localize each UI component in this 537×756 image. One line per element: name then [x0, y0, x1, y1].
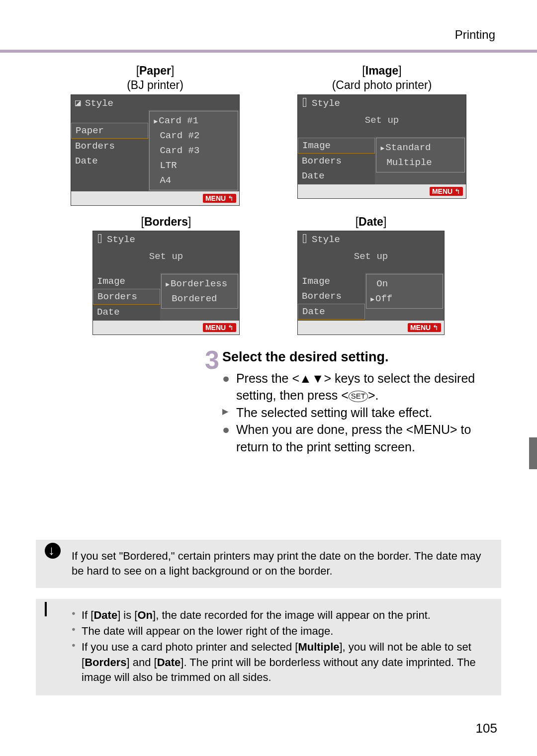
caption-image-sub: (Card photo printer) — [332, 79, 432, 91]
left-item: Borders — [298, 289, 365, 304]
screens-grid: [Paper] (BJ printer) ◪Style Paper Border… — [36, 64, 501, 335]
note2-item2: The date will appear on the lower right … — [72, 624, 491, 639]
left-item: Paper — [71, 123, 148, 139]
right-item: Borderless — [167, 276, 233, 291]
left-item: Date — [71, 154, 148, 168]
borders-right-list: Borderless Bordered — [160, 273, 239, 321]
arrow-icon: ▶ — [222, 404, 231, 421]
left-item: Image — [298, 274, 365, 289]
screen-borders: [Borders] ⌷Style Set up Image Borders Da… — [92, 215, 240, 336]
header-divider — [0, 50, 537, 53]
menu-badge: MENU — [203, 194, 236, 203]
right-item: A4 — [155, 173, 233, 188]
warning-text: If you set "Bordered," certain printers … — [72, 550, 481, 577]
menu-badge: MENU — [203, 323, 236, 332]
bullet-icon: ● — [222, 421, 231, 455]
caption-paper-bold: Paper — [139, 64, 171, 77]
paper-left-list: Paper Borders Date — [71, 110, 148, 191]
right-item: On — [371, 276, 438, 291]
image-left-list: Image Borders Date — [298, 137, 375, 184]
bullet-icon: ● — [222, 370, 231, 404]
menu-badge: MENU — [430, 187, 463, 196]
screen-title: Style — [312, 98, 340, 109]
left-item: Image — [298, 138, 375, 154]
left-item: Borders — [93, 289, 160, 305]
caption-image-bold: Image — [365, 64, 398, 77]
date-left-list: Image Borders Date — [298, 273, 365, 321]
note2-item3: If you use a card photo printer and sele… — [72, 640, 491, 685]
step-line3: When you are done, press the <MENU> to r… — [236, 421, 501, 455]
page-number: 105 — [476, 721, 497, 736]
set-key-icon: SET — [349, 391, 368, 402]
screen-date: [Date] ⌷Style Set up Image Borders Date … — [297, 215, 445, 336]
screen-paper: [Paper] (BJ printer) ◪Style Paper Border… — [71, 64, 240, 206]
screen-image: [Image] (Card photo printer) ⌷Style Set … — [297, 64, 466, 206]
step-heading: Select the desired setting. — [222, 348, 501, 366]
style-icon: ◪ — [75, 97, 85, 109]
setup-label: Set up — [298, 110, 466, 137]
style-icon: ⌷ — [302, 233, 312, 245]
updown-icon: ▲▼ — [299, 371, 324, 385]
right-item: Multiple — [381, 155, 459, 170]
warning-note: If you set "Bordered," certain printers … — [36, 540, 501, 588]
step-number: 3 — [205, 348, 219, 455]
screen-title: Style — [107, 234, 135, 245]
right-item: Off — [371, 291, 438, 306]
right-item: Card #2 — [155, 128, 233, 143]
image-right-list: Standard Multiple — [375, 137, 466, 184]
menu-badge: MENU — [408, 323, 441, 332]
right-item: LTR — [155, 158, 233, 173]
caption-borders-bold: Borders — [144, 215, 188, 228]
right-item: Card #1 — [155, 113, 233, 128]
note2-item1: If [Date] is [On], the date recorded for… — [72, 608, 491, 623]
screen-title: Style — [85, 98, 113, 109]
setup-label: Set up — [298, 246, 444, 273]
caption-date-bold: Date — [358, 215, 383, 228]
warning-icon — [45, 543, 64, 562]
left-item: Borders — [71, 139, 148, 154]
setup-label: Set up — [93, 246, 239, 273]
right-item: Bordered — [167, 291, 233, 306]
style-icon: ⌷ — [97, 233, 107, 245]
caption-paper-sub: (BJ printer) — [127, 79, 183, 91]
style-icon: ⌷ — [302, 97, 312, 109]
step-3: 3 Select the desired setting. ● Press th… — [205, 348, 501, 455]
paper-right-list: Card #1 Card #2 Card #3 LTR A4 — [148, 110, 239, 191]
right-item: Standard — [381, 140, 459, 155]
left-item: Image — [93, 274, 160, 289]
page-header: Printing — [36, 28, 501, 42]
step-line2: The selected setting will take effect. — [236, 404, 432, 421]
borders-left-list: Image Borders Date — [93, 273, 160, 321]
left-item: Date — [93, 305, 160, 320]
right-item: Card #3 — [155, 143, 233, 158]
left-item: Date — [298, 304, 365, 320]
step-line1: Press the <▲▼> keys to select the desire… — [236, 370, 501, 404]
date-right-list: On Off — [365, 273, 444, 321]
screen-title: Style — [312, 234, 340, 245]
menu-key: MENU — [413, 422, 450, 436]
document-icon — [45, 602, 64, 621]
info-note: If [Date] is [On], the date recorded for… — [36, 599, 501, 695]
section-tab — [529, 437, 537, 469]
left-item: Date — [298, 168, 375, 183]
left-item: Borders — [298, 154, 375, 168]
